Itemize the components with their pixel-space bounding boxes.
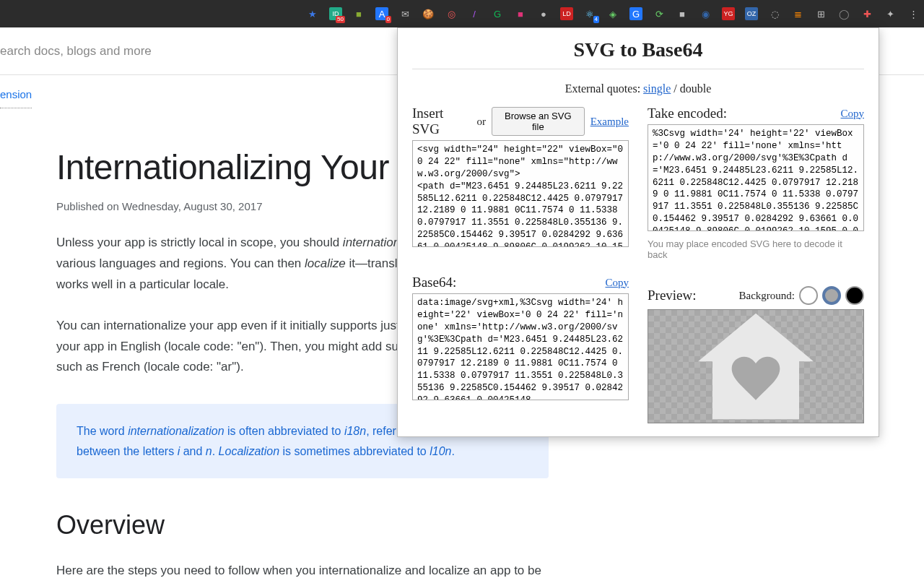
google-icon[interactable]: G [629, 7, 642, 20]
ext-icon[interactable]: ● [537, 7, 550, 20]
ext-icon[interactable]: ◎ [445, 7, 458, 20]
react-icon[interactable]: ⚛4 [583, 7, 596, 20]
sync-icon[interactable]: ⟳ [653, 7, 666, 20]
paragraph: Here are the steps you need to follow wh… [56, 561, 549, 578]
take-encoded-label: Take encoded: [648, 105, 727, 121]
search-input[interactable]: earch docs, blogs and more [0, 44, 152, 59]
ext-icon[interactable]: OZ [745, 7, 758, 20]
external-quotes-row: External quotes: single / double [412, 82, 864, 95]
ext-icon[interactable]: / [468, 7, 481, 20]
bookmark-star-icon[interactable]: ★ [306, 7, 319, 20]
ext-icon[interactable]: ◈ [606, 7, 619, 20]
section-heading: Overview [56, 510, 549, 540]
svg-input-textarea[interactable] [412, 140, 629, 247]
house-heart-icon [698, 313, 814, 420]
mail-icon[interactable]: ✉ [398, 7, 411, 20]
svg-base64-ext-icon[interactable]: ◯ [837, 7, 850, 20]
ext-icon[interactable]: LD [560, 7, 573, 20]
quotes-single-link[interactable]: single [643, 82, 671, 95]
stackoverflow-icon[interactable]: ≣ [791, 7, 804, 20]
ext-icon[interactable]: ✚ [860, 7, 873, 20]
ext-icon[interactable]: ■ [352, 7, 365, 20]
bg-swatch-gray[interactable] [822, 286, 841, 305]
copy-encoded-link[interactable]: Copy [840, 108, 864, 120]
insert-svg-column: Insert SVG or Browse an SVG file Example [412, 105, 629, 260]
browse-svg-button[interactable]: Browse an SVG file [492, 107, 585, 136]
preview-box [648, 309, 864, 423]
base64-textarea[interactable] [412, 293, 629, 400]
grammarly-icon[interactable]: G [491, 7, 504, 20]
preview-label: Preview: [648, 288, 697, 303]
ext-icon[interactable]: A0 [375, 7, 388, 20]
background-label: Background: [739, 290, 795, 302]
ext-icon[interactable]: ⊞ [814, 7, 827, 20]
base64-column: Base64: Copy [412, 270, 629, 423]
cookie-icon[interactable]: 🍪 [422, 7, 435, 20]
extensions-puzzle-icon[interactable]: ✦ [884, 7, 897, 20]
copy-base64-link[interactable]: Copy [605, 277, 629, 289]
more-icon[interactable]: ⋮ [907, 7, 920, 20]
encoded-column: Take encoded: Copy You may place encoded… [648, 105, 864, 260]
popup-title: SVG to Base64 [412, 38, 864, 69]
back-link[interactable]: ension [0, 75, 32, 108]
ext-icon[interactable]: ■ [514, 7, 527, 20]
browser-toolbar: ★ ID50 ■ A0 ✉ 🍪 ◎ / G ■ ● LD ⚛4 ◈ G ⟳ ■ … [0, 0, 924, 27]
base64-label: Base64: [412, 275, 456, 290]
ext-icon[interactable]: YG [722, 7, 735, 20]
quotes-double-label[interactable]: double [680, 82, 712, 95]
example-link[interactable]: Example [590, 116, 629, 128]
preview-column: Preview: Background: [648, 270, 864, 423]
bg-swatch-white[interactable] [799, 286, 818, 305]
decode-hint: You may place encoded SVG here to decode… [648, 238, 864, 260]
insert-svg-label: Insert SVG [412, 105, 471, 137]
bg-swatch-black[interactable] [845, 286, 864, 305]
svg-base64-popup: SVG to Base64 External quotes: single / … [397, 27, 879, 437]
ext-icon[interactable]: ◌ [768, 7, 781, 20]
ext-icon[interactable]: ■ [676, 7, 689, 20]
encoded-textarea[interactable] [648, 124, 864, 231]
ext-icon[interactable]: ◉ [699, 7, 712, 20]
ext-icon[interactable]: ID50 [329, 7, 342, 20]
